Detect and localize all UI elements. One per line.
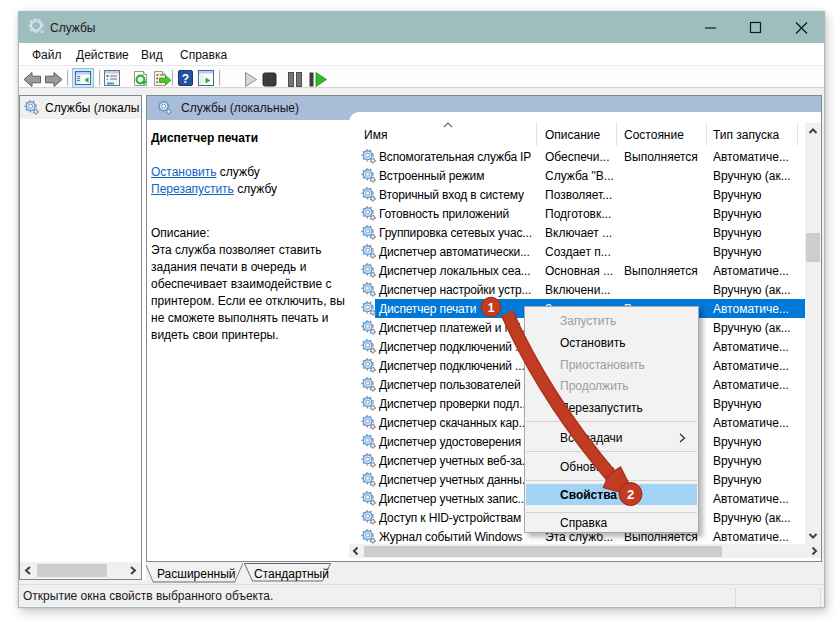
svg-text:?: ? <box>182 72 189 86</box>
svg-text:Расширенный: Расширенный <box>157 567 236 581</box>
svg-text:Стандартный: Стандартный <box>254 567 329 581</box>
